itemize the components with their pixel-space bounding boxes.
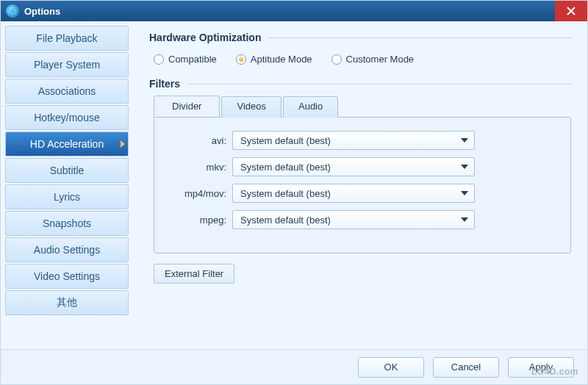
select-avi[interactable]: System default (best) [232, 131, 475, 150]
apply-button[interactable]: Apply [508, 357, 574, 378]
filter-row-avi: avi: System default (best) [172, 131, 553, 150]
select-value: System default (best) [240, 188, 331, 199]
sidebar-item-other[interactable]: 其他 [5, 290, 129, 315]
chevron-down-icon [461, 165, 468, 169]
radio-label: Customer Mode [346, 54, 414, 65]
button-label: Apply [529, 361, 553, 373]
sidebar-item-hotkey-mouse[interactable]: Hotkey/mouse [5, 105, 129, 130]
sidebar-item-label: File Playback [36, 32, 97, 44]
main-panel: Hardware Optimization Compatible Aptitud… [133, 21, 587, 349]
tab-videos[interactable]: Videos [221, 96, 282, 118]
sidebar-item-hd-acceleration[interactable]: HD Acceleration [5, 132, 129, 156]
cancel-button[interactable]: Cancel [433, 357, 499, 378]
filters-title: Filters [149, 78, 571, 90]
section-label: Hardware Optimization [149, 32, 261, 43]
filter-row-mp4mov: mp4/mov: System default (best) [172, 184, 553, 203]
sidebar-item-file-playback[interactable]: File Playback [5, 26, 129, 51]
titlebar: Options [1, 1, 587, 21]
options-window: Options File Playback Player System Asso… [0, 0, 588, 385]
button-label: OK [384, 361, 398, 373]
tab-label: Videos [237, 101, 266, 112]
tab-label: Audio [298, 101, 323, 112]
radio-customer-mode[interactable]: Customer Mode [331, 54, 414, 65]
row-label: avi: [172, 135, 232, 146]
radio-dot-icon [236, 54, 246, 65]
chevron-down-icon [461, 217, 468, 222]
sidebar-item-label: Player System [34, 59, 100, 71]
filter-row-mpeg: mpeg: System default (best) [172, 210, 553, 229]
button-label: Cancel [451, 361, 481, 373]
hardware-optimization-title: Hardware Optimization [149, 32, 571, 43]
window-title: Options [24, 6, 555, 17]
sidebar-item-associations[interactable]: Associations [5, 79, 129, 104]
ok-button[interactable]: OK [358, 357, 424, 378]
sidebar-item-label: Subtitle [50, 165, 85, 176]
button-label: External Filter [165, 268, 223, 279]
sidebar-item-video-settings[interactable]: Video Settings [5, 264, 129, 289]
tab-label: Divider [172, 101, 201, 112]
radio-dot-icon [331, 54, 342, 65]
sidebar-item-snapshots[interactable]: Snapshots [5, 211, 129, 236]
select-value: System default (best) [240, 135, 331, 146]
sidebar-item-label: Associations [38, 85, 96, 97]
select-value: System default (best) [240, 215, 331, 226]
sidebar: File Playback Player System Associations… [1, 21, 133, 349]
sidebar-item-label: Video Settings [34, 270, 100, 282]
chevron-down-icon [461, 191, 468, 195]
sidebar-item-label: Snapshots [43, 217, 91, 229]
sidebar-item-player-system[interactable]: Player System [5, 52, 129, 77]
close-icon [567, 7, 576, 15]
close-button[interactable] [555, 1, 587, 21]
sidebar-item-subtitle[interactable]: Subtitle [5, 158, 129, 183]
select-mkv[interactable]: System default (best) [232, 157, 475, 176]
window-body: File Playback Player System Associations… [1, 21, 587, 349]
footer: OK Cancel Apply [1, 349, 587, 384]
app-icon [6, 4, 19, 18]
chevron-down-icon [461, 138, 468, 143]
row-label: mpeg: [172, 215, 232, 226]
filter-pane: avi: System default (best) mkv: System d… [154, 117, 571, 253]
filter-tabs: Divider Videos Audio [149, 96, 571, 117]
sidebar-item-label: 其他 [57, 296, 77, 309]
sidebar-item-lyrics[interactable]: Lyrics [5, 184, 129, 209]
divider [268, 37, 571, 38]
divider [187, 84, 571, 84]
radio-dot-icon [154, 54, 164, 65]
row-label: mkv: [172, 162, 232, 173]
sidebar-item-label: Audio Settings [34, 244, 100, 256]
section-label: Filters [149, 78, 180, 90]
row-label: mp4/mov: [172, 188, 232, 199]
select-value: System default (best) [240, 162, 331, 173]
select-mp4mov[interactable]: System default (best) [232, 184, 475, 203]
radio-aptitude-mode[interactable]: Aptitude Mode [236, 54, 312, 65]
radio-label: Compatible [168, 54, 217, 65]
hw-radio-group: Compatible Aptitude Mode Customer Mode [149, 49, 571, 78]
sidebar-item-audio-settings[interactable]: Audio Settings [5, 237, 129, 262]
radio-compatible[interactable]: Compatible [154, 54, 217, 65]
sidebar-item-label: Lyrics [54, 191, 80, 203]
select-mpeg[interactable]: System default (best) [232, 210, 475, 229]
tab-divider[interactable]: Divider [154, 96, 220, 117]
radio-label: Aptitude Mode [251, 54, 312, 65]
sidebar-item-label: HD Acceleration [30, 138, 104, 150]
tab-audio[interactable]: Audio [283, 96, 338, 118]
external-filter-button[interactable]: External Filter [154, 264, 234, 284]
filter-row-mkv: mkv: System default (best) [172, 157, 553, 176]
sidebar-item-label: Hotkey/mouse [34, 112, 99, 123]
